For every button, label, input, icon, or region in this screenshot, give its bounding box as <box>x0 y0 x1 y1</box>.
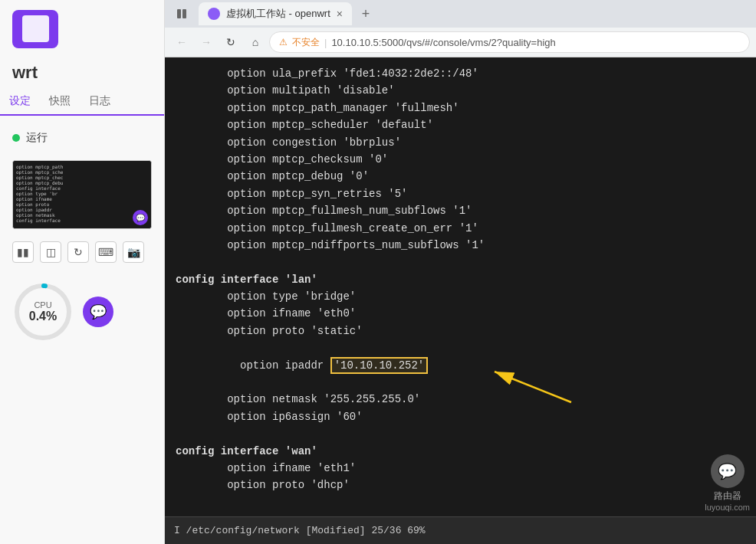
status-indicator <box>12 134 20 142</box>
terminal-line-ifname: option ifname 'eth0' <box>176 305 745 322</box>
vm-thumb-icon: 💬 <box>133 210 148 225</box>
terminal-line-proto: option proto 'static' <box>176 323 745 339</box>
keyboard-button[interactable]: ⌨ <box>95 241 117 263</box>
cpu-label: CPU <box>29 300 57 310</box>
terminal-line-4: option mptcp_scheduler 'default' <box>176 116 745 133</box>
display-button[interactable]: ◫ <box>40 241 61 263</box>
cpu-gauge: CPU 0.4% <box>12 281 74 342</box>
terminal-line-netmask: option netmask '255.255.255.0' <box>176 391 745 408</box>
logo-inner <box>22 15 49 42</box>
sidebar-controls: ▮▮ ◫ ↻ ⌨ 📷 <box>0 235 164 269</box>
tab-title: 虚拟机工作站 - openwrt <box>226 7 330 21</box>
watermark-icon: 💬 <box>711 454 744 488</box>
terminal-line-config-lan: config interface 'lan' <box>176 271 745 288</box>
terminal-line-config-wan: config interface 'wan' <box>176 443 745 460</box>
terminal-line-ip6assign: option ip6assign '60' <box>176 408 745 425</box>
terminal-line-11: option mptcp_ndiffports_num_subflows '1' <box>176 237 745 254</box>
vm-thumbnail[interactable]: option mptcp_path option mptcp_sche opti… <box>12 160 152 229</box>
security-warning-text: 不安全 <box>292 36 320 49</box>
sidebar-brand: wrt <box>0 57 164 88</box>
screenshot-button[interactable]: 📷 <box>123 241 144 263</box>
terminal-line-type: option type 'bridge' <box>176 288 745 305</box>
terminal-line-wan-ifname: option ifname 'eth1' <box>176 460 745 477</box>
status-label: 运行 <box>26 131 48 145</box>
terminal-line-5: option congestion 'bbrplus' <box>176 134 745 151</box>
tab-close-button[interactable]: × <box>337 8 343 20</box>
terminal-line-blank2 <box>176 425 745 442</box>
browser-chrome: 虚拟机工作站 - openwrt × + ← → ↻ ⌂ ⚠ 不安全 | 10.… <box>165 0 756 57</box>
watermark: 💬 路由器 luyouqi.com <box>705 454 750 512</box>
home-button[interactable]: ⌂ <box>245 31 266 53</box>
sidebar: wrt 设定 快照 日志 运行 option mptcp_path option… <box>0 0 165 544</box>
terminal-line-3: option mptcp_path_manager 'fullmesh' <box>176 100 745 116</box>
terminal-line-2: option multipath 'disable' <box>176 82 745 99</box>
sidebar-nav-settings[interactable]: 设定 <box>0 88 40 116</box>
cpu-value: 0.4% <box>29 310 57 323</box>
refresh-vm-button[interactable]: ↻ <box>67 241 89 263</box>
chat-icon[interactable]: 💬 <box>83 297 113 327</box>
address-bar[interactable]: ⚠ 不安全 | 10.10.10.5:5000/qvs/#/console/vm… <box>269 31 750 53</box>
tab-favicon <box>208 8 220 20</box>
svg-rect-1 <box>182 9 186 18</box>
highlighted-ip: '10.10.10.252' <box>330 357 429 374</box>
sidebar-nav-log[interactable]: 日志 <box>80 88 120 114</box>
pause-button[interactable]: ▮▮ <box>12 241 34 263</box>
terminal-line-1: option ula_prefix 'fde1:4032:2de2::/48' <box>176 65 745 82</box>
sidebar-status: 运行 <box>0 122 164 154</box>
forward-button[interactable]: → <box>196 31 217 53</box>
nav-bar: ← → ↻ ⌂ ⚠ 不安全 | 10.10.10.5:5000/qvs/#/co… <box>165 28 756 57</box>
terminal-line-wan-proto: option proto 'dhcp' <box>176 477 745 493</box>
terminal-area[interactable]: option ula_prefix 'fde1:4032:2de2::/48' … <box>165 57 756 516</box>
tab-bar: 虚拟机工作站 - openwrt × + <box>165 0 756 28</box>
terminal-line-8: option mptcp_syn_retries '5' <box>176 185 745 202</box>
watermark-sublabel: luyouqi.com <box>705 503 750 512</box>
terminal-line-blank1 <box>176 254 745 270</box>
cpu-section: CPU 0.4% 💬 <box>0 269 164 355</box>
status-bar: I /etc/config/network [Modified] 25/36 6… <box>165 516 756 544</box>
active-tab[interactable]: 虚拟机工作站 - openwrt × <box>199 2 352 25</box>
watermark-label: 路由器 <box>714 490 741 503</box>
terminal-line-9: option mptcp_fullmesh_num_subflows '1' <box>176 202 745 219</box>
svg-rect-0 <box>177 9 181 18</box>
refresh-button[interactable]: ↻ <box>220 31 242 53</box>
vm-thumb-content: option mptcp_path option mptcp_sche opti… <box>13 161 151 228</box>
terminal-line-6: option mptcp_checksum '0' <box>176 151 745 168</box>
new-tab-button[interactable]: + <box>355 3 376 25</box>
security-warning-icon: ⚠ <box>279 37 288 48</box>
sidebar-logo <box>12 10 58 48</box>
url-text: 10.10.10.5:5000/qvs/#/console/vms/2?qual… <box>331 37 555 48</box>
terminal-line-ipaddr: option ipaddr '10.10.10.252' <box>176 339 745 391</box>
sidebar-header <box>0 0 164 57</box>
back-button[interactable]: ← <box>171 31 192 53</box>
tab-prev-icon <box>171 3 192 25</box>
sidebar-nav: 设定 快照 日志 <box>0 88 164 116</box>
sidebar-nav-snapshot[interactable]: 快照 <box>40 88 80 114</box>
status-bar-text: I /etc/config/network [Modified] 25/36 6… <box>174 525 426 536</box>
terminal-line-7: option mptcp_debug '0' <box>176 168 745 185</box>
terminal-line-10: option mptcp_fullmesh_create_on_err '1' <box>176 220 745 237</box>
